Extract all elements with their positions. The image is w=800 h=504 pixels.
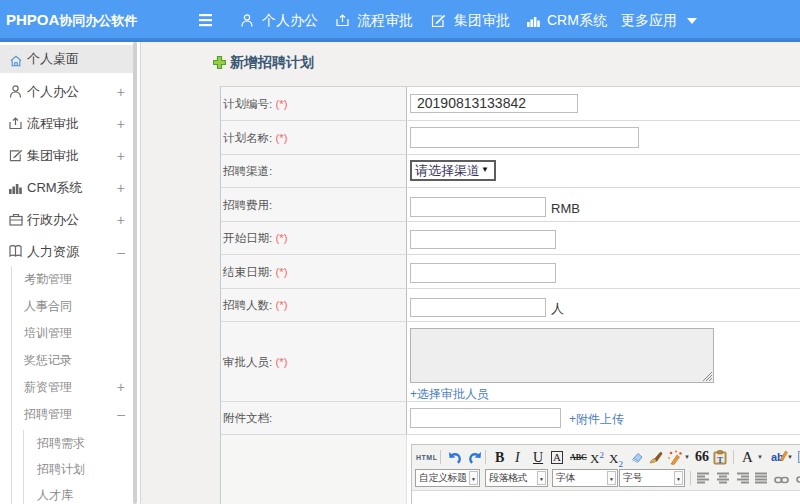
svg-text:T: T bbox=[717, 455, 723, 465]
